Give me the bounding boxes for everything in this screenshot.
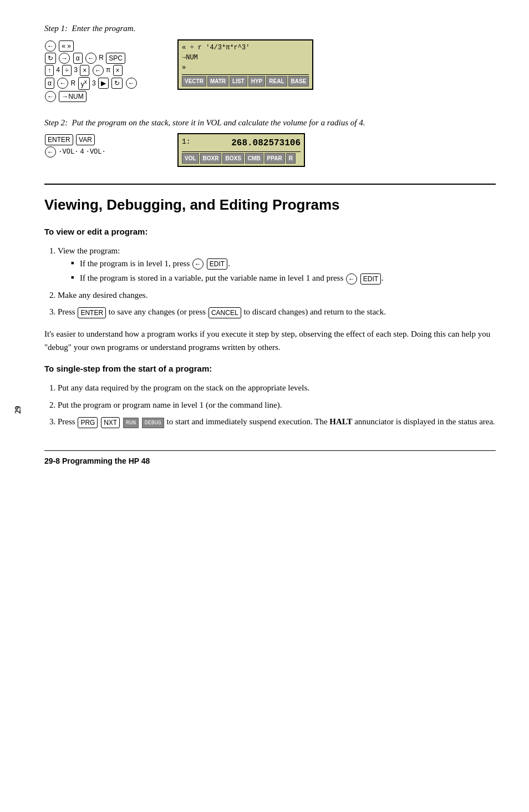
inline-edit-key[interactable]: EDIT [207,258,227,270]
tonum-key[interactable]: →NUM [59,91,86,102]
inline-nxt-key[interactable]: NXT [101,417,120,428]
times-key[interactable]: × [80,65,89,76]
view-edit-list: View the program: If the program is in l… [58,245,496,318]
menu-matr[interactable]: MATR [207,76,228,87]
inline-enter-key[interactable]: ENTER [78,307,106,318]
list-item-1: View the program: If the program is in l… [58,245,496,285]
section-title: Viewing, Debugging, and Editing Programs [44,196,496,215]
screen1: « ÷ r '4/3*π*r^3' →NUM » VECTR MATR LIST… [177,39,313,90]
section-divider [44,184,496,185]
single-step-list: Put any data required by the program on … [58,382,496,428]
inline-debug-key[interactable]: DEBUG [142,418,164,428]
halt-text: HALT [329,417,352,426]
inline-back2-key[interactable]: ← [346,273,357,285]
screen1-line2: →NUM [182,53,309,63]
times2-key[interactable]: × [113,65,123,76]
step-list-item-1: Put any data required by the program on … [58,382,496,394]
screen2-value: 268.082573106 [231,136,301,150]
screen2-level: 1: [182,136,191,150]
back5-key[interactable]: ← [126,78,137,89]
step2-keys: ENTER VAR ← ·VOL· 4 ·VOL· [44,133,155,159]
menu-boxs[interactable]: BOXS [222,153,243,164]
inline-edit2-key[interactable]: EDIT [360,273,381,285]
var-key[interactable]: VAR [76,134,95,145]
menu-list[interactable]: LIST [230,76,247,87]
vol-dotted2: ·VOL· [86,148,106,156]
menu-ppar[interactable]: PPAR [264,153,285,164]
menu-cmb[interactable]: CMB [245,153,263,164]
right-key[interactable]: → [59,53,70,64]
inline-cancel-key[interactable]: CANCEL [208,307,241,318]
alpha2-key[interactable]: α [45,78,54,89]
screen1-menu: VECTR MATR LIST HYP REAL BASE [182,74,309,87]
yx-key[interactable]: yx [78,77,90,90]
screen1-line3: » [182,63,309,73]
inline-back-key[interactable]: ← [192,258,204,270]
menu-real[interactable]: REAL [266,76,287,87]
step-list-item-3: Press PRG NXT RUN DEBUG to start and imm… [58,415,496,428]
fwd-key[interactable]: ▶ [98,78,109,89]
list-item-3: Press ENTER to save any changes (or pres… [58,306,496,318]
back2-key[interactable]: ← [85,53,96,64]
list-item-2: Make any desired changes. [58,289,496,302]
screen1-line1: « ÷ r '4/3*π*r^3' [182,43,309,53]
menu-vectr[interactable]: VECTR [182,76,206,87]
step1-section: Step 1: Enter the program. ← « » ↻ → α ←… [44,22,496,103]
back7-key[interactable]: ← [45,146,56,158]
step-list-item-2: Put the program or program name in level… [58,399,496,412]
sublist-item-2: If the program is stored in a variable, … [71,272,496,285]
vol-dotted1: ·VOL· [58,148,78,156]
sublist-item-1: If the program is in level 1, press ← ED… [71,257,496,270]
spc-key[interactable]: SPC [106,53,125,64]
prog2-key[interactable]: ↻ [111,78,123,89]
page-content: Step 1: Enter the program. ← « » ↻ → α ←… [44,22,496,467]
inline-prg-key[interactable]: PRG [78,417,98,428]
view-sublist: If the program is in level 1, press ← ED… [71,257,496,285]
step2-label: Step 2: Put the program on the stack, st… [44,116,496,129]
step1-content: ← « » ↻ → α ← R SPC ↑ 4 ÷ 3 × ← [44,39,496,103]
prog-key[interactable]: ↻ [45,53,56,64]
menu-boxr[interactable]: BOXR [200,153,222,164]
up-key[interactable]: ↑ [45,65,54,76]
screen2-stack: 1: 268.082573106 [182,136,301,150]
step1-keys: ← « » ↻ → α ← R SPC ↑ 4 ÷ 3 × ← [44,39,155,103]
alpha-key[interactable]: α [73,53,83,64]
menu-r[interactable]: R [286,153,296,164]
paragraph1: It's easier to understand how a program … [44,327,496,354]
menu-vol[interactable]: VOL [182,153,199,164]
step2-content: ENTER VAR ← ·VOL· 4 ·VOL· 1: 268.0825731… [44,133,496,167]
step1-label: Step 1: Enter the program. [44,22,496,35]
footer: 29-8 Programming the HP 48 [44,450,496,467]
menu-base[interactable]: BASE [288,76,309,87]
page-number-sidebar: 29 [12,406,24,414]
subsection2-title: To single-step from the start of a progr… [44,363,496,375]
back4-key[interactable]: ← [57,78,68,89]
screen2-menu: VOL BOXR BOXS CMB PPAR R [182,151,301,164]
lshift-key[interactable]: « » [59,40,74,52]
back6-key[interactable]: ← [45,91,56,102]
back3-key[interactable]: ← [93,65,104,76]
back-arrow-key[interactable]: ← [45,40,56,52]
enter-key[interactable]: ENTER [45,134,73,145]
subsection1-title: To view or edit a program: [44,226,496,238]
step1-screen: « ÷ r '4/3*π*r^3' →NUM » VECTR MATR LIST… [177,39,313,90]
screen2: 1: 268.082573106 VOL BOXR BOXS CMB PPAR … [177,133,305,167]
div-key[interactable]: ÷ [62,65,72,76]
footer-text: 29-8 Programming the HP 48 [44,456,150,465]
menu-hyp[interactable]: HYP [248,76,266,87]
step2-screen: 1: 268.082573106 VOL BOXR BOXS CMB PPAR … [177,133,305,167]
step2-section: Step 2: Put the program on the stack, st… [44,116,496,168]
inline-run-key[interactable]: RUN [123,418,139,428]
